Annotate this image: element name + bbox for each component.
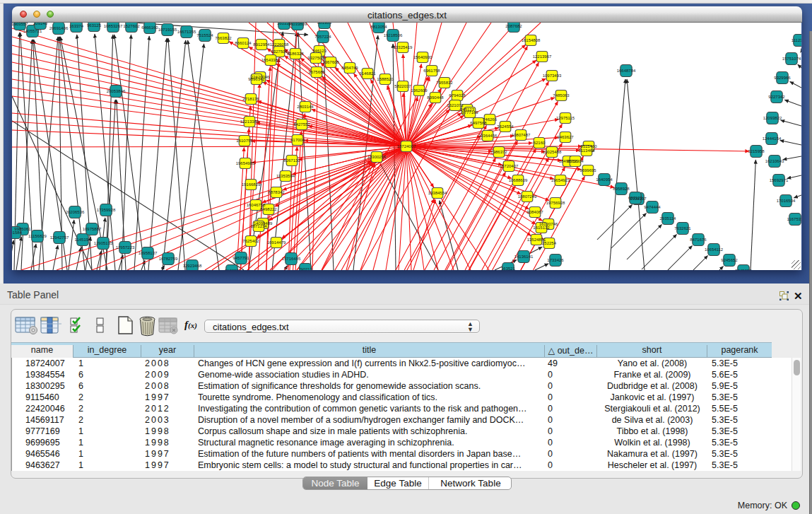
svg-text:17359928: 17359928 [97,208,116,212]
svg-text:12942757: 12942757 [50,235,69,240]
svg-text:16210643: 16210643 [765,159,784,163]
svg-text:10975887: 10975887 [83,227,102,231]
svg-text:17016504: 17016504 [777,199,796,203]
svg-text:11156829: 11156829 [28,234,47,238]
svg-text:8990448: 8990448 [427,95,444,100]
svg-text:9474444: 9474444 [644,205,661,209]
svg-text:163374: 163374 [69,24,84,28]
svg-text:5498222: 5498222 [260,207,277,211]
svg-text:9084067: 9084067 [526,210,543,214]
svg-text:163521: 163521 [501,267,516,270]
svg-text:16033809: 16033809 [288,23,307,26]
svg-text:15751074: 15751074 [782,57,801,61]
svg-text:1733426: 1733426 [547,258,564,262]
svg-text:8878342: 8878342 [268,190,285,194]
svg-text:546123: 546123 [312,49,327,53]
svg-text:1362609: 1362609 [411,88,428,93]
svg-text:9146821: 9146821 [359,71,376,76]
svg-text:20053846: 20053846 [107,89,126,93]
svg-text:19756928: 19756928 [546,201,565,205]
svg-text:10688609: 10688609 [509,178,528,182]
svg-text:9512304: 9512304 [567,159,584,163]
svg-text:18807249: 18807249 [518,194,537,199]
svg-text:8813054: 8813054 [370,25,387,29]
svg-text:10958137: 10958137 [139,251,158,255]
svg-text:8660124: 8660124 [235,41,252,45]
svg-text:15720407: 15720407 [500,164,519,168]
svg-text:10719155: 10719155 [158,28,177,32]
svg-text:62160: 62160 [534,141,546,145]
svg-text:12444154: 12444154 [763,136,782,141]
svg-text:20691406: 20691406 [49,26,69,30]
svg-text:391584: 391584 [12,230,23,235]
svg-text:2803144: 2803144 [297,105,314,109]
svg-text:9245098: 9245098 [735,269,752,270]
svg-text:15716485: 15716485 [282,257,301,261]
svg-text:2087682: 2087682 [505,24,522,28]
svg-text:8267130: 8267130 [283,158,300,163]
svg-text:16154808: 16154808 [522,38,541,42]
svg-text:12093822: 12093822 [763,116,782,120]
svg-text:9245652: 9245652 [721,258,738,262]
svg-text:6497568: 6497568 [470,121,487,125]
svg-text:2367608: 2367608 [322,60,339,64]
svg-text:11353594: 11353594 [276,174,295,178]
svg-text:18724007: 18724007 [397,144,416,148]
svg-text:13325419: 13325419 [394,45,413,49]
svg-text:812095: 812095 [225,269,240,270]
svg-text:9227342: 9227342 [768,95,785,99]
svg-text:9327506: 9327506 [271,49,288,54]
svg-text:14055721: 14055721 [23,29,42,33]
svg-text:19166829: 19166829 [242,182,261,187]
svg-text:7632621: 7632621 [674,226,691,230]
svg-text:12923468: 12923468 [183,264,202,268]
svg-text:10654112: 10654112 [705,247,724,252]
svg-text:12975115: 12975115 [556,116,575,120]
svg-text:6794028: 6794028 [449,93,466,98]
svg-text:687123: 687123 [628,196,643,200]
svg-text:10853267: 10853267 [104,24,123,28]
svg-text:5822037: 5822037 [394,84,411,88]
svg-text:15692971: 15692971 [770,178,789,182]
svg-text:18300295: 18300295 [367,155,387,159]
svg-text:16914479: 16914479 [267,240,286,245]
svg-text:8427552: 8427552 [293,122,310,127]
svg-text:16543382: 16543382 [261,58,281,62]
svg-text:1615132: 1615132 [533,226,550,230]
svg-text:20206536: 20206536 [66,210,85,214]
svg-text:10807487: 10807487 [512,133,531,137]
svg-text:9457791: 9457791 [233,256,249,260]
svg-text:10973493: 10973493 [543,74,562,78]
svg-text:9699695: 9699695 [579,168,596,173]
svg-text:16648784: 16648784 [617,69,636,73]
svg-text:20364456: 20364456 [478,134,498,138]
svg-text:17957223: 17957223 [116,245,135,250]
svg-text:6466160: 6466160 [141,25,158,30]
svg-text:7485063: 7485063 [553,93,570,98]
svg-text:14136141: 14136141 [514,255,534,259]
svg-text:1167533: 1167533 [787,217,801,221]
svg-text:1588520: 1588520 [377,77,394,81]
svg-text:9463627: 9463627 [557,135,574,139]
svg-text:7357224: 7357224 [314,35,331,39]
svg-text:3624554: 3624554 [497,124,514,129]
svg-text:881305: 881305 [317,23,332,25]
svg-text:417004: 417004 [290,138,305,142]
svg-text:1112334: 1112334 [792,38,801,42]
svg-text:790213: 790213 [298,267,313,270]
svg-text:12905135: 12905135 [94,241,113,245]
svg-text:9896342: 9896342 [248,77,265,81]
svg-text:7515524: 7515524 [196,33,213,37]
svg-text:10025488: 10025488 [543,150,562,154]
svg-text:7986372: 7986372 [490,150,507,154]
svg-text:1871234: 1871234 [250,224,267,228]
svg-text:9777169: 9777169 [461,110,478,115]
svg-text:3675685: 3675685 [308,70,325,74]
svg-text:252254: 252254 [542,241,557,245]
svg-text:1527602: 1527602 [123,24,140,28]
svg-text:19654923: 19654923 [551,178,570,182]
svg-text:1145194: 1145194 [75,238,92,242]
svg-text:8958928: 8958928 [613,187,630,191]
svg-text:3215958: 3215958 [748,149,765,153]
svg-text:16782759: 16782759 [159,257,178,261]
